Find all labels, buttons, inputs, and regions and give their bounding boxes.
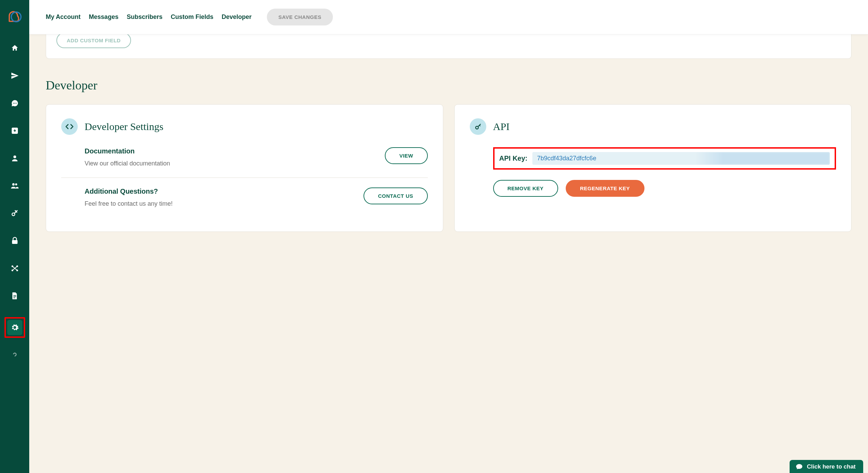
key-icon[interactable]: [7, 206, 22, 221]
svg-point-3: [15, 103, 16, 104]
tab-subscribers[interactable]: Subscribers: [127, 13, 162, 21]
tab-custom-fields[interactable]: Custom Fields: [171, 13, 213, 21]
chat-bubble-icon[interactable]: [7, 96, 22, 111]
sidebar-nav: [0, 41, 29, 356]
settings-highlight-box: [4, 317, 25, 338]
api-key-value[interactable]: 7b9cdf43da27dfcfc6e: [532, 152, 830, 165]
document-icon[interactable]: [7, 288, 22, 303]
svg-rect-14: [13, 295, 16, 296]
documentation-title: Documentation: [85, 147, 170, 155]
documentation-desc: View our official documentation: [85, 159, 170, 168]
api-key-icon: [470, 118, 486, 135]
questions-desc: Feel free to contact us any time!: [85, 200, 173, 208]
api-key-highlight-box: API Key: 7b9cdf43da27dfcfc6e: [493, 147, 836, 170]
documentation-row: Documentation View our official document…: [61, 147, 428, 178]
svg-point-1: [13, 103, 13, 104]
questions-title: Additional Questions?: [85, 187, 173, 195]
content-area: ADD CUSTOM FIELD Developer Developer Set…: [29, 34, 868, 473]
developer-settings-heading: Developer Settings: [85, 121, 163, 132]
top-nav: My Account Messages Subscribers Custom F…: [29, 0, 868, 34]
svg-point-2: [14, 103, 15, 104]
user-icon[interactable]: [7, 151, 22, 166]
brand-logo: [7, 10, 23, 24]
api-heading: API: [493, 121, 510, 132]
view-documentation-button[interactable]: VIEW: [385, 147, 427, 164]
svg-point-7: [15, 183, 17, 185]
download-box-icon[interactable]: [7, 123, 22, 138]
sidebar: [0, 0, 29, 473]
api-actions: REMOVE KEY REGENERATE KEY: [493, 180, 836, 197]
tab-my-account[interactable]: My Account: [46, 13, 80, 21]
add-custom-field-button[interactable]: ADD CUSTOM FIELD: [56, 34, 131, 48]
developer-panels: Developer Settings Documentation View ou…: [46, 104, 851, 232]
nodes-icon[interactable]: [7, 261, 22, 276]
regenerate-key-button[interactable]: REGENERATE KEY: [566, 180, 644, 197]
api-header: API: [470, 118, 836, 135]
send-icon[interactable]: [7, 68, 22, 83]
custom-fields-card-partial: ADD CUSTOM FIELD: [46, 34, 851, 59]
tab-developer[interactable]: Developer: [221, 13, 251, 21]
developer-settings-panel: Developer Settings Documentation View ou…: [46, 104, 443, 232]
save-changes-button[interactable]: SAVE CHANGES: [267, 9, 333, 25]
questions-row: Additional Questions? Feel free to conta…: [61, 178, 428, 218]
svg-point-5: [13, 155, 16, 158]
chat-launcher[interactable]: Click here to chat: [790, 460, 863, 473]
users-icon[interactable]: [7, 178, 22, 193]
tab-messages[interactable]: Messages: [89, 13, 118, 21]
chat-label: Click here to chat: [807, 463, 856, 470]
code-icon: [61, 118, 78, 135]
developer-settings-header: Developer Settings: [61, 118, 428, 135]
chat-bubble-solid-icon: [796, 464, 803, 470]
svg-point-6: [12, 183, 14, 186]
help-icon[interactable]: [7, 352, 22, 356]
remove-key-button[interactable]: REMOVE KEY: [493, 180, 558, 197]
svg-rect-15: [13, 297, 16, 297]
contact-us-button[interactable]: CONTACT US: [364, 187, 427, 204]
svg-rect-9: [12, 240, 18, 244]
section-title-developer: Developer: [46, 78, 851, 93]
home-icon[interactable]: [7, 41, 22, 56]
gear-icon[interactable]: [7, 320, 22, 335]
lock-icon[interactable]: [7, 233, 22, 248]
api-panel: API API Key: 7b9cdf43da27dfcfc6e REMOVE …: [454, 104, 852, 232]
svg-rect-16: [13, 298, 15, 298]
api-key-redacted-tail: [696, 152, 830, 165]
api-key-label: API Key:: [499, 154, 528, 162]
